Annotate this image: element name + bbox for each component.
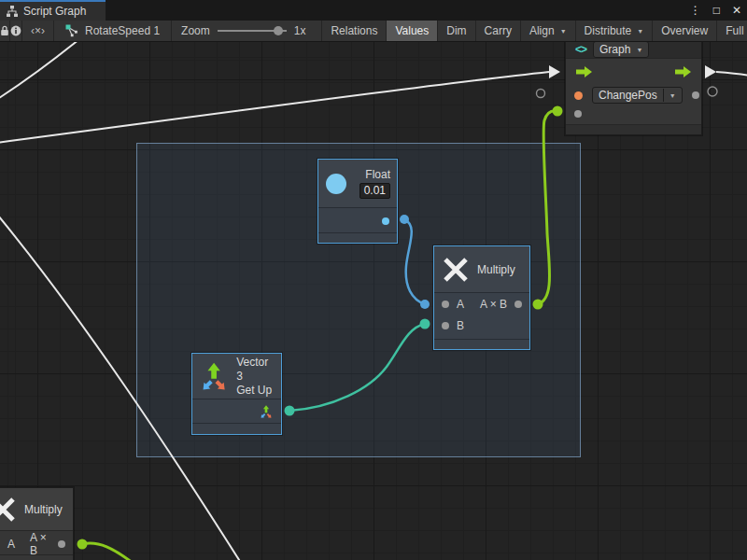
value-input-port[interactable] — [574, 110, 582, 118]
multiply2-node-header: Multiply — [0, 488, 73, 531]
multiply2-input-a-label: A — [7, 538, 15, 551]
wire-cap-blue-end — [420, 300, 430, 309]
changepos-dropdown[interactable]: ChangePos ▼ — [592, 87, 683, 104]
align-label: Align — [529, 24, 555, 37]
wire-white-to-graph-input[interactable] — [0, 72, 549, 143]
graph-dropdown[interactable]: Graph ▼ — [593, 42, 649, 58]
multiply-x-icon — [443, 257, 469, 283]
zoom-slider-handle[interactable] — [274, 26, 283, 35]
graph-reference-button[interactable]: RotateSpeed 1 — [54, 21, 172, 41]
multiply-x-icon — [0, 497, 16, 523]
float-value-field[interactable]: 0.01 — [359, 183, 390, 199]
script-graph-icon — [7, 6, 18, 17]
vector3-port-row — [192, 399, 281, 424]
lock-icon — [0, 25, 9, 36]
fullscreen-label: Full Screen — [726, 24, 747, 37]
relations-label: Relations — [331, 24, 377, 37]
wire-multiply-to-changepos[interactable] — [538, 111, 557, 304]
vector3-node-header: Vector 3 Get Up — [192, 354, 281, 399]
caret-down-icon: ▼ — [663, 89, 676, 102]
zoom-label: Zoom — [181, 24, 210, 37]
flow-output-arrow-icon[interactable] — [674, 65, 692, 78]
info-icon — [10, 25, 21, 36]
zoom-slider[interactable] — [218, 26, 287, 35]
vector3-node-footer — [192, 423, 281, 434]
vector3-output-port[interactable] — [259, 404, 274, 419]
float-node-title: Float — [365, 168, 390, 181]
kebab-menu-icon[interactable]: ⋮ — [690, 4, 701, 17]
dim-button[interactable]: Dim — [438, 21, 475, 41]
vector3-type-label: Vector 3 — [236, 356, 275, 384]
wire-white-top-left[interactable] — [0, 42, 90, 100]
vector3-axes-icon — [198, 359, 230, 393]
node-vector3-getup[interactable]: Vector 3 Get Up — [191, 353, 282, 435]
graph-reference-label: RotateSpeed 1 — [85, 24, 160, 37]
flow-input-arrow-icon[interactable] — [575, 65, 593, 78]
multiply-node-footer — [434, 339, 529, 349]
float-port-row — [318, 208, 397, 234]
changepos-dropdown-label: ChangePos — [599, 89, 657, 102]
overview-button[interactable]: Overview — [653, 21, 717, 41]
tab-script-graph[interactable]: Script Graph — [0, 0, 106, 21]
multiply-output-port[interactable] — [514, 301, 522, 308]
graph-toolbar: ‹×› RotateSpeed 1 Zoom 1x Relations Valu… — [0, 21, 747, 42]
multiply2-output-label: A × B — [30, 531, 49, 557]
align-button[interactable]: Align ▼ — [521, 21, 576, 41]
multiply-node-header: Multiply — [434, 246, 529, 293]
dim-label: Dim — [446, 24, 466, 37]
distribute-label: Distribute — [585, 24, 632, 37]
changepos-output-port[interactable] — [692, 91, 699, 99]
values-label: Values — [395, 24, 429, 37]
wire-cap-teal-end — [420, 319, 430, 329]
tab-title: Script Graph — [23, 5, 86, 18]
multiply2-output-port[interactable] — [58, 540, 65, 548]
values-button[interactable]: Values — [387, 21, 438, 41]
multiply2-port-row: A A × B — [0, 531, 73, 556]
multiply-input-a-label: A — [457, 298, 464, 311]
node-graph-icon — [65, 24, 78, 37]
graph-canvas[interactable]: <> Graph ▼ ChangePos ▼ — [0, 42, 747, 560]
wire-float-to-multiply-a[interactable] — [404, 219, 425, 304]
multiply-row-b: B — [434, 315, 529, 336]
wire-multiply2-output[interactable] — [82, 543, 133, 560]
code-snippet-button[interactable]: ‹×› — [22, 21, 54, 41]
fullscreen-button[interactable]: Full Screen — [717, 21, 747, 41]
vector3-node-title: Get Up — [236, 384, 275, 398]
float-type-icon — [325, 173, 347, 195]
wire-getup-to-multiply-b[interactable] — [289, 324, 425, 411]
wire-cap-teal-start — [285, 406, 295, 416]
multiply2-node-footer — [0, 554, 73, 560]
zoom-value: 1x — [294, 24, 306, 37]
float-output-port[interactable] — [382, 217, 389, 225]
node-float[interactable]: Float 0.01 — [317, 159, 398, 244]
node-multiply-partial[interactable]: Multiply A A × B — [0, 487, 74, 560]
distribute-button[interactable]: Distribute ▼ — [576, 21, 654, 41]
carry-button[interactable]: Carry — [476, 21, 521, 41]
maximize-icon[interactable]: □ — [713, 4, 720, 17]
wire-cap-green2-start — [78, 539, 88, 550]
multiply-input-b-port[interactable] — [442, 322, 449, 329]
port-ring-right[interactable] — [708, 87, 717, 96]
info-button[interactable] — [10, 21, 22, 41]
wire-arrowhead-graph-input — [549, 65, 560, 78]
multiply-input-a-port[interactable] — [442, 301, 449, 308]
overview-label: Overview — [661, 24, 708, 37]
multiply-input-b-label: B — [457, 319, 464, 332]
graph-dropdown-label: Graph — [599, 43, 630, 56]
value-port-row — [566, 105, 701, 122]
node-graph-changepos[interactable]: <> Graph ▼ ChangePos ▼ — [565, 42, 702, 135]
multiply-row-a: A A × B — [434, 293, 529, 315]
code-icon: ‹×› — [31, 24, 45, 37]
changepos-input-port[interactable] — [574, 91, 583, 100]
close-icon[interactable]: ✕ — [732, 4, 741, 17]
lock-button[interactable] — [0, 21, 10, 41]
wire-arrowhead-graph-output — [705, 65, 716, 78]
graph-node-header: <> Graph ▼ — [566, 42, 701, 59]
relations-button[interactable]: Relations — [322, 21, 387, 41]
wire-white-from-graph-output[interactable] — [716, 72, 747, 76]
caret-down-icon: ▼ — [636, 47, 642, 53]
node-multiply[interactable]: Multiply A A × B B — [433, 245, 530, 350]
graph-badge-icon: <> — [575, 43, 586, 56]
port-ring-left[interactable] — [537, 90, 545, 98]
caret-down-icon: ▼ — [637, 28, 643, 35]
